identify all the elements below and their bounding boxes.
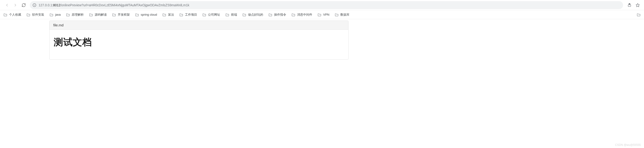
bookmark-label: 个人收藏: [9, 13, 21, 17]
site-info-icon[interactable]: [32, 3, 36, 7]
addr-host-port: :8012: [52, 3, 60, 7]
folder-icon: [112, 13, 116, 16]
bookmark-label: 公司网址: [208, 13, 220, 17]
bookmark-item[interactable]: 操作指令: [268, 13, 286, 17]
watermark: CSDN @wu@55555: [615, 143, 641, 146]
bookmark-item[interactable]: 数据库: [334, 13, 350, 17]
bookmark-label: 数据库: [340, 13, 350, 17]
bookmark-item[interactable]: 源码解读: [89, 13, 107, 17]
forward-button[interactable]: [12, 2, 19, 9]
document-heading: 测试文档: [54, 36, 344, 49]
back-button[interactable]: [3, 2, 11, 9]
bookmark-item[interactable]: 消息中间件: [291, 13, 312, 17]
folder-icon: [334, 13, 339, 16]
bookmark-overflow[interactable]: [636, 13, 641, 16]
star-icon[interactable]: [634, 1, 642, 9]
bookmark-label: spring cloud: [141, 13, 157, 16]
share-icon[interactable]: [626, 1, 633, 9]
page-content: file.md 测试文档: [0, 19, 644, 59]
bookmark-item[interactable]: spring cloud: [135, 13, 157, 16]
bookmarks-bar: 个人收藏软件安装java原理解析源码解读开发框架spring cloud算法工作…: [0, 10, 644, 19]
bookmark-label: 消息中间件: [297, 13, 312, 17]
folder-icon: [202, 13, 206, 16]
folder-icon: [225, 13, 230, 16]
folder-icon: [179, 13, 183, 16]
folder-icon: [135, 13, 139, 16]
bookmark-label: 软件安装: [32, 13, 44, 17]
document-filename: file.md: [50, 21, 348, 30]
folder-icon: [242, 13, 246, 16]
bookmark-label: 前端: [231, 13, 237, 17]
bookmark-item[interactable]: VPN: [317, 13, 330, 16]
reload-button[interactable]: [20, 2, 28, 9]
folder-icon: [162, 13, 166, 16]
bookmark-item[interactable]: 工作项目: [179, 13, 197, 17]
addr-path: /onlinePreview?url=aHR0cDovLzE5Mi4xNjguM…: [60, 3, 189, 7]
bookmark-item[interactable]: java: [49, 13, 61, 16]
bookmark-item[interactable]: 公司网址: [202, 13, 220, 17]
bookmark-label: VPN: [323, 13, 330, 16]
bookmark-label: 工作项目: [185, 13, 197, 17]
bookmark-item[interactable]: 做点好玩的: [242, 13, 263, 17]
folder-icon: [268, 13, 272, 16]
bookmark-item[interactable]: 个人收藏: [3, 13, 21, 17]
bookmark-item[interactable]: 前端: [225, 13, 237, 17]
bookmark-label: 原理解析: [72, 13, 84, 17]
bookmark-label: 源码解读: [95, 13, 107, 17]
bookmark-label: 算法: [168, 13, 174, 17]
folder-icon: [49, 13, 54, 16]
bookmark-label: java: [55, 13, 61, 16]
address-bar[interactable]: 127.0.0.1:8012/onlinePreview?url=aHR0cDo…: [30, 1, 623, 9]
document-card: file.md 测试文档: [49, 21, 348, 59]
folder-icon: [66, 13, 70, 16]
addr-host-ip: 127.0.0.1: [38, 3, 52, 7]
bookmark-label: 做点好玩的: [248, 13, 263, 17]
folder-icon: [3, 13, 8, 16]
bookmark-label: 操作指令: [274, 13, 286, 17]
browser-toolbar: 127.0.0.1:8012/onlinePreview?url=aHR0cDo…: [0, 0, 644, 10]
bookmark-label: 开发框架: [118, 13, 130, 17]
toolbar-right: [626, 1, 642, 9]
bookmark-item[interactable]: 原理解析: [66, 13, 84, 17]
folder-icon: [26, 13, 30, 16]
folder-icon: [89, 13, 93, 16]
address-url: 127.0.0.1:8012/onlinePreview?url=aHR0cDo…: [38, 3, 620, 7]
folder-icon: [317, 13, 322, 16]
folder-icon: [291, 13, 296, 16]
document-body: 测试文档: [50, 30, 348, 59]
folder-icon: [636, 13, 641, 16]
svg-marker-4: [636, 3, 640, 7]
bookmark-item[interactable]: 开发框架: [112, 13, 130, 17]
bookmark-item[interactable]: 软件安装: [26, 13, 44, 17]
bookmark-item[interactable]: 算法: [162, 13, 174, 17]
